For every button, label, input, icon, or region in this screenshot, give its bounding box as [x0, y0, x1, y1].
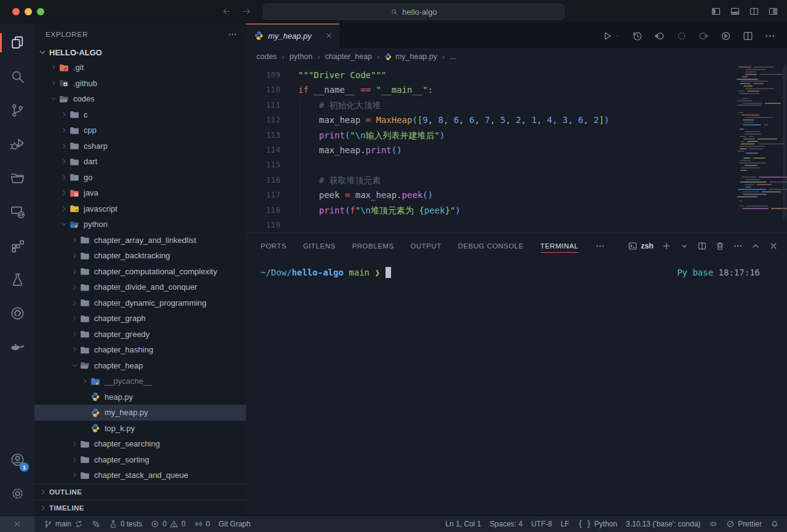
navigate-forward-icon[interactable] [242, 6, 252, 17]
timeline-history-button[interactable] [631, 30, 643, 42]
status-indentation[interactable]: Spaces: 4 [486, 516, 527, 532]
status-python-interpreter[interactable]: 3.10.13 ('base': conda) [622, 516, 705, 532]
tree-item-my-heap-py[interactable]: my_heap.py [34, 405, 246, 421]
gitlens-forward-button[interactable] [698, 30, 710, 42]
tree-item-codes[interactable]: codes [34, 91, 246, 107]
workspace-root-folder[interactable]: HELLO-ALGO [34, 45, 246, 60]
breadcrumb--[interactable]: ... [449, 52, 456, 61]
tree-item-c[interactable]: c [34, 107, 246, 123]
tree-item--git[interactable]: .git [34, 60, 246, 76]
status-branch-indicator[interactable]: main [39, 516, 87, 532]
terminal[interactable]: ~/Dow/hello-algo main ❯ Py base 18:17:16 [246, 259, 787, 515]
split-editor-button[interactable] [742, 30, 754, 42]
status-git-graph[interactable]: Git Graph [214, 516, 255, 532]
tree-item-chapter-hashing[interactable]: chapter_hashing [34, 342, 246, 358]
activity-docker[interactable] [0, 330, 34, 364]
terminal-profile-dropdown-button[interactable] [679, 241, 689, 251]
activity-explorer[interactable] [0, 26, 34, 60]
kill-terminal-button[interactable] [715, 241, 725, 251]
breadcrumb-chapter-heap[interactable]: chapter_heap [325, 52, 372, 61]
panel-tab-gitlens[interactable]: GITLENS [303, 240, 336, 252]
gitlens-back-button[interactable] [654, 30, 665, 42]
tree-item-chapter-stack-and-queue[interactable]: chapter_stack_and_queue [34, 467, 246, 483]
activity-extensions[interactable] [0, 229, 34, 263]
maximize-panel-button[interactable] [751, 241, 761, 251]
panel-tab-problems[interactable]: PROBLEMS [352, 240, 394, 252]
activity-run-and-debug[interactable] [0, 127, 34, 161]
activity-accounts[interactable]: 1 [0, 443, 34, 477]
close-panel-button[interactable] [769, 241, 778, 251]
status-language-mode[interactable]: { }Python [574, 516, 622, 532]
activity-settings[interactable] [0, 477, 34, 510]
split-editor-layout-icon[interactable] [749, 6, 759, 17]
panel-tab-terminal[interactable]: TERMINAL [540, 240, 579, 253]
editor-scrollbar[interactable] [783, 65, 786, 220]
more-actions-button[interactable] [764, 30, 776, 42]
close-tab-icon[interactable] [325, 31, 333, 40]
tree-item-python[interactable]: python [34, 216, 246, 232]
remote-indicator[interactable] [0, 516, 34, 532]
tree-item--github[interactable]: .github [34, 76, 246, 92]
tree-item-cpp[interactable]: cpp [34, 122, 246, 138]
activity-source-control[interactable] [0, 93, 34, 127]
tree-item-chapter-dynamic-programming[interactable]: chapter_dynamic_programming [34, 295, 246, 311]
tree-item-javascript[interactable]: JSjavascript [34, 201, 246, 217]
panel-more-button[interactable] [733, 241, 743, 251]
tab-my-heap-py[interactable]: my_heap.py [246, 23, 339, 48]
panel-tab-output[interactable]: OUTPUT [411, 240, 441, 252]
status-ports[interactable]: 0 [190, 516, 215, 532]
panel-tabs-more-icon[interactable] [595, 241, 605, 251]
activity-remote-explorer[interactable] [0, 195, 34, 229]
split-terminal-button[interactable] [697, 241, 707, 251]
explorer-more-actions-icon[interactable] [227, 30, 237, 39]
status-eol[interactable]: LF [556, 516, 574, 532]
tree-item-dart[interactable]: dart [34, 154, 246, 170]
status-encoding[interactable]: UTF-8 [527, 516, 556, 532]
outline-section[interactable]: OUTLINE [34, 483, 246, 499]
zoom-window-button[interactable] [37, 8, 44, 15]
close-window-button[interactable] [12, 8, 20, 15]
toggle-sidebar-icon[interactable] [711, 6, 721, 17]
minimize-window-button[interactable] [25, 8, 32, 15]
status-copilot[interactable] [705, 516, 722, 532]
activity-folder-explorer[interactable] [0, 161, 34, 195]
tree-item-chapter-heap[interactable]: chapter_heap [34, 358, 246, 374]
tree-item-chapter-array-and-linkedlist[interactable]: chapter_array_and_linkedlist [34, 232, 246, 248]
tree-item-go[interactable]: go [34, 170, 246, 186]
customize-layout-icon[interactable] [768, 6, 778, 17]
tree-item-chapter-sorting[interactable]: chapter_sorting [34, 452, 246, 468]
panel-tab-debug-console[interactable]: DEBUG CONSOLE [458, 240, 524, 252]
tree-item-heap-py[interactable]: heap.py [34, 389, 246, 405]
tree-item-chapter-computational-complexity[interactable]: chapter_computational_complexity [34, 264, 246, 280]
tree-item-chapter-greedy[interactable]: chapter_greedy [34, 327, 246, 343]
panel-tab-ports[interactable]: PORTS [261, 240, 287, 252]
activity-testing[interactable] [0, 263, 34, 296]
navigate-back-icon[interactable] [221, 6, 232, 17]
terminal-profile[interactable]: zsh [628, 241, 654, 251]
tree-item-java[interactable]: java [34, 185, 246, 201]
activity-search[interactable] [0, 60, 34, 93]
status-problems[interactable]: 00 [146, 516, 189, 532]
status-prettier[interactable]: Prettier [722, 516, 766, 532]
status-notifications[interactable] [766, 516, 783, 532]
breadcrumb-my-heap-py[interactable]: my_heap.py [384, 52, 437, 61]
tree-item-csharp[interactable]: csharp [34, 138, 246, 154]
run-python-file-button[interactable] [601, 30, 621, 42]
timeline-section[interactable]: TIMELINE [34, 499, 246, 515]
toggle-panel-icon[interactable] [730, 6, 740, 17]
new-terminal-button[interactable] [662, 241, 671, 251]
status-cursor-position[interactable]: Ln 1, Col 1 [441, 516, 485, 532]
code-editor[interactable]: 109"""Driver Code"""110if __name__ == "_… [246, 65, 787, 232]
minimap[interactable] [735, 66, 781, 214]
tree-item-chapter-graph[interactable]: chapter_graph [34, 311, 246, 327]
activity-github[interactable] [0, 296, 34, 330]
tree-item--pycache-[interactable]: __pycache__ [34, 373, 246, 389]
breadcrumb-codes[interactable]: codes [256, 52, 277, 61]
status-git-actions[interactable] [87, 516, 105, 532]
command-center-search[interactable]: hello-algo [263, 4, 564, 20]
gitlens-pin-button[interactable] [676, 30, 687, 42]
tree-item-chapter-divide-and-conquer[interactable]: chapter_divide_and_conquer [34, 279, 246, 295]
tree-item-chapter-backtracking[interactable]: chapter_backtracking [34, 248, 246, 264]
tree-item-top-k-py[interactable]: top_k.py [34, 421, 246, 437]
tree-item-chapter-searching[interactable]: chapter_searching [34, 436, 246, 452]
